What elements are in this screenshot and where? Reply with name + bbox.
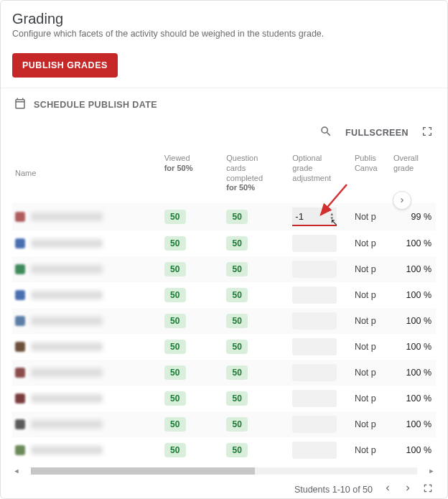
viewed-cell: 50	[160, 334, 223, 360]
expand-icon[interactable]	[423, 483, 433, 495]
col-name: Name	[12, 146, 160, 203]
viewed-chip: 50	[164, 314, 186, 328]
schedule-publish-date-button[interactable]: SCHEDULE PUBLISH DATE	[12, 88, 436, 121]
adjustment-cell[interactable]	[288, 386, 350, 411]
table-row[interactable]: 5050Not p100 %	[12, 386, 436, 411]
name-cell	[12, 334, 160, 360]
scroll-left-cap[interactable]: ◄	[12, 467, 21, 475]
publish-cell: Not p	[350, 360, 389, 386]
adjustment-input-empty[interactable]	[292, 338, 337, 355]
overall-grade-cell: 100 %	[389, 437, 436, 463]
adjustment-cell[interactable]	[288, 256, 350, 282]
qcc-chip: 50	[226, 391, 248, 406]
table-row[interactable]: 5050Not p100 %	[12, 360, 436, 386]
col-viewed: Viewed for 50%	[160, 146, 223, 203]
avatar	[15, 238, 25, 248]
avatar	[15, 212, 25, 222]
name-cell	[12, 282, 160, 308]
viewed-chip: 50	[164, 236, 186, 251]
adjustment-cell[interactable]	[288, 411, 350, 437]
viewed-chip: 50	[164, 417, 186, 432]
page-subtitle: Configure which facets of the activity s…	[12, 29, 436, 39]
adjustment-input[interactable]	[295, 211, 319, 222]
qcc-cell: 50	[222, 203, 288, 230]
publish-cell: Not p	[350, 256, 389, 282]
step-down-icon[interactable]: ▼	[330, 216, 334, 220]
overall-grade-cell: 100 %	[389, 360, 436, 386]
grades-table: Name Viewed for 50% Question cards compl…	[12, 146, 436, 463]
table-toolbar: FULLSCREEN	[12, 121, 436, 146]
adjustment-input-active[interactable]: ▲▼↖	[292, 207, 337, 226]
adjustment-cell[interactable]	[288, 334, 350, 360]
publish-cell: Not p	[350, 437, 389, 463]
avatar	[15, 316, 25, 326]
table-row[interactable]: 5050Not p100 %	[12, 437, 436, 463]
viewed-cell: 50	[160, 308, 223, 334]
table-row[interactable]: 5050▲▼↖Not p99 %	[12, 203, 436, 230]
table-row[interactable]: 5050Not p100 %	[12, 230, 436, 256]
avatar	[15, 342, 25, 352]
qcc-chip: 50	[226, 210, 248, 224]
adjustment-cell[interactable]	[288, 360, 350, 386]
col-question-cards: Question cards completed for 50%	[222, 146, 288, 203]
qcc-chip: 50	[226, 236, 248, 251]
avatar	[15, 264, 25, 274]
qcc-chip: 50	[226, 340, 248, 354]
qcc-chip: 50	[226, 417, 248, 432]
student-name-blurred	[31, 394, 103, 403]
qcc-cell: 50	[222, 282, 288, 308]
grades-table-wrap: Name Viewed for 50% Question cards compl…	[12, 146, 436, 476]
scroll-right-button[interactable]	[393, 191, 411, 210]
overall-grade-cell: 100 %	[389, 411, 436, 437]
adjustment-cell[interactable]	[288, 230, 350, 256]
adjustment-input-empty[interactable]	[292, 235, 337, 252]
adjustment-cell[interactable]: ▲▼↖	[288, 203, 350, 230]
overall-grade-cell: 100 %	[389, 386, 436, 411]
adjustment-input-empty[interactable]	[292, 261, 337, 278]
adjustment-input-empty[interactable]	[292, 364, 337, 381]
adjustment-input-empty[interactable]	[292, 286, 337, 304]
col-adjustment: Optional grade adjustment	[288, 146, 350, 203]
qcc-chip: 50	[226, 288, 248, 302]
overall-grade-cell: 100 %	[389, 334, 436, 360]
adjustment-input-empty[interactable]	[292, 416, 337, 433]
qcc-cell: 50	[222, 411, 288, 437]
name-cell	[12, 230, 160, 256]
viewed-chip: 50	[164, 443, 186, 457]
viewed-cell: 50	[160, 256, 223, 282]
adjustment-cell[interactable]	[288, 437, 350, 463]
viewed-chip: 50	[164, 365, 186, 380]
qcc-cell: 50	[222, 230, 288, 256]
qcc-cell: 50	[222, 256, 288, 282]
scroll-right-cap[interactable]: ►	[427, 467, 436, 475]
student-name-blurred	[31, 368, 103, 377]
viewed-chip: 50	[164, 340, 186, 354]
scroll-track[interactable]	[31, 467, 417, 475]
next-page-button[interactable]	[403, 483, 413, 495]
student-name-blurred	[31, 213, 103, 221]
publish-grades-button[interactable]: PUBLISH GRADES	[12, 53, 118, 78]
scroll-thumb[interactable]	[31, 467, 255, 475]
viewed-chip: 50	[164, 262, 186, 276]
publish-cell: Not p	[350, 386, 389, 411]
table-row[interactable]: 5050Not p100 %	[12, 308, 436, 334]
name-cell	[12, 308, 160, 334]
adjustment-cell[interactable]	[288, 308, 350, 334]
horizontal-scrollbar[interactable]: ◄ ►	[12, 466, 436, 476]
viewed-cell: 50	[160, 282, 223, 308]
adjustment-input-empty[interactable]	[292, 442, 337, 459]
table-row[interactable]: 5050Not p100 %	[12, 256, 436, 282]
table-row[interactable]: 5050Not p100 %	[12, 411, 436, 437]
search-icon[interactable]	[319, 125, 332, 141]
student-name-blurred	[31, 446, 103, 454]
adjustment-cell[interactable]	[288, 282, 350, 308]
adjustment-input-empty[interactable]	[292, 390, 337, 407]
qcc-chip: 50	[226, 262, 248, 276]
prev-page-button[interactable]	[383, 483, 393, 495]
table-row[interactable]: 5050Not p100 %	[12, 334, 436, 360]
fullscreen-icon[interactable]	[421, 126, 433, 140]
adjustment-input-empty[interactable]	[292, 312, 337, 330]
table-row[interactable]: 5050Not p100 %	[12, 282, 436, 308]
student-name-blurred	[31, 342, 103, 351]
viewed-chip: 50	[164, 210, 186, 224]
